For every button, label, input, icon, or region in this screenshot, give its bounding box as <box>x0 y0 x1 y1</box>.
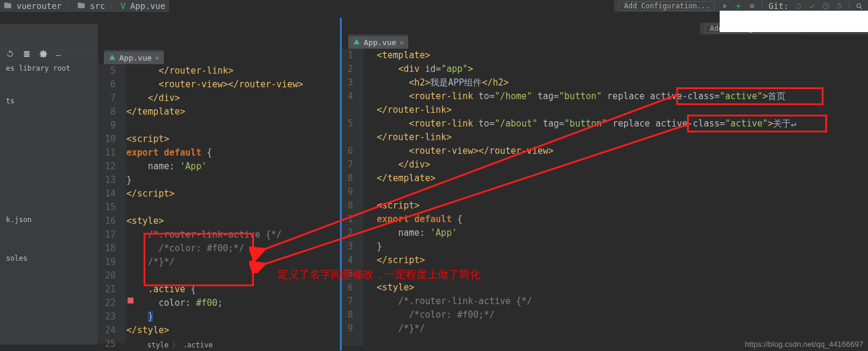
editor-breadcrumb: style 〉 .active <box>147 339 213 351</box>
folder-icon <box>4 1 12 11</box>
chevron-right-icon: 〉 <box>172 340 179 350</box>
settings-row: — <box>0 48 98 62</box>
svg-point-0 <box>737 5 740 7</box>
tree-node[interactable]: k.json <box>4 214 94 226</box>
separator <box>849 2 850 10</box>
minimize-icon[interactable]: — <box>56 50 61 59</box>
stop-icon[interactable] <box>748 2 756 10</box>
gutter: 5678910111213141516171819202122232425 <box>98 64 126 343</box>
tab-app-vue[interactable]: App.vue ✕ <box>348 36 408 49</box>
code-area[interactable]: </router-link> <router-view></router-vie… <box>126 64 341 351</box>
editor-right[interactable]: 1234567890123456789 <template> <div id="… <box>341 49 868 346</box>
tab-label: App.vue <box>364 38 396 47</box>
chevron-right-icon: 〉 <box>110 2 116 10</box>
svg-rect-1 <box>751 4 755 8</box>
close-icon[interactable]: ✕ <box>400 39 404 46</box>
git-label: Git: <box>768 1 788 11</box>
code-area[interactable]: <template> <div id="app"> <h2>我是APP组件</h… <box>377 49 868 336</box>
sync-icon[interactable] <box>6 50 14 60</box>
watermark: https://blog.csdn.net/qq_44166697 <box>745 340 864 349</box>
tree-node[interactable]: es library root <box>4 62 94 74</box>
breadcrumb: vuerouter 〉 src 〉 V App.vue <box>0 0 169 12</box>
run-icon[interactable] <box>721 2 729 10</box>
breadcrumb-item[interactable]: .active <box>183 341 213 349</box>
project-tree[interactable]: es library root ts k.json soles <box>0 24 98 344</box>
git-revert-icon[interactable] <box>835 2 843 10</box>
breadcrumb-item[interactable]: style <box>147 341 168 349</box>
separator <box>762 2 762 10</box>
vue-icon <box>109 53 116 62</box>
chevron-right-icon: 〉 <box>66 2 72 10</box>
editor-left[interactable]: 5678910111213141516171819202122232425 </… <box>98 64 341 343</box>
add-configuration-button[interactable]: Add Configuration... <box>619 1 716 11</box>
gutter: 1234567890123456789 <box>341 49 364 346</box>
close-icon[interactable]: ✕ <box>155 54 160 62</box>
tree-node[interactable]: ts <box>4 95 94 107</box>
tabstrip-right: App.vue ✕ <box>348 34 408 49</box>
annotation-text: 定义了名字同意修改，一定程度上做了简化 <box>278 267 481 282</box>
folder-icon <box>77 1 85 11</box>
vue-icon <box>353 38 360 47</box>
crumb-folder-2[interactable]: src <box>90 1 105 11</box>
vue-icon: V <box>120 1 125 11</box>
split-divider[interactable] <box>340 18 342 350</box>
git-commit-icon[interactable] <box>808 2 816 10</box>
git-history-icon[interactable] <box>822 2 829 10</box>
tabstrip-left: App.vue ✕ <box>104 50 164 64</box>
svg-point-3 <box>857 4 861 8</box>
debug-icon[interactable] <box>735 2 742 10</box>
crumb-file[interactable]: App.vue <box>131 1 166 11</box>
tree-node[interactable]: soles <box>4 252 94 264</box>
git-update-icon[interactable] <box>794 2 802 10</box>
breakpoint-marker[interactable] <box>128 298 133 303</box>
gear-icon[interactable] <box>39 50 47 60</box>
tab-label: App.vue <box>119 53 152 62</box>
white-overlay-patch <box>720 11 868 32</box>
toolbar-top: Add Configuration... Git: <box>614 0 868 12</box>
crumb-folder-1[interactable]: vuerouter <box>17 1 62 11</box>
tab-app-vue[interactable]: App.vue ✕ <box>104 52 164 64</box>
collapse-icon[interactable] <box>23 50 31 60</box>
search-icon[interactable] <box>856 2 863 10</box>
